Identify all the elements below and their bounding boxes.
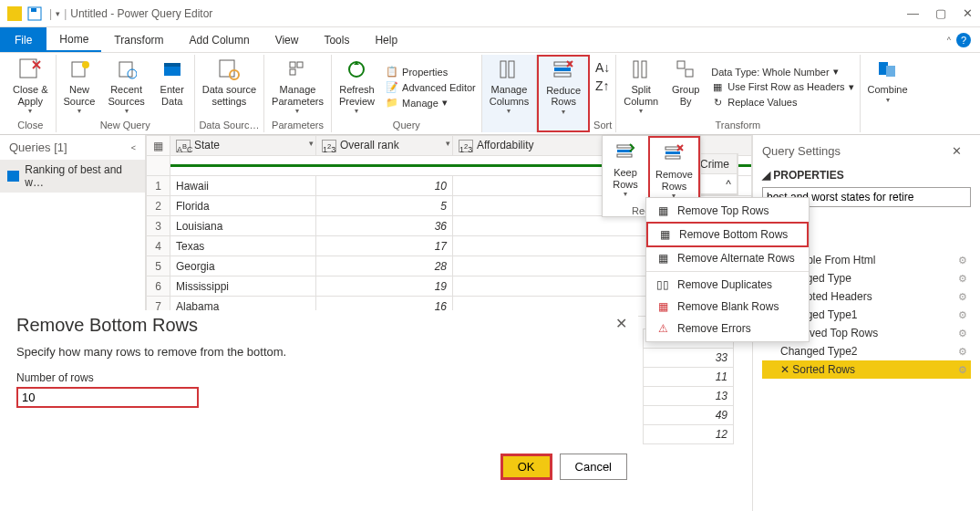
close-button[interactable]: ✕	[963, 6, 973, 20]
ribbon-group-combine: Combine▾	[861, 55, 915, 132]
svg-rect-25	[642, 61, 646, 78]
data-source-settings-button[interactable]: Data sourcesettings	[199, 55, 260, 109]
help-icon[interactable]: ?	[956, 33, 971, 47]
split-column-button[interactable]: SplitColumn▾	[620, 55, 662, 117]
table-icon	[7, 171, 19, 182]
close-settings-icon[interactable]: ✕	[952, 144, 962, 158]
svg-rect-26	[677, 61, 685, 68]
svg-rect-10	[164, 63, 181, 67]
peek-values-column: 43311134912	[643, 328, 734, 444]
svg-rect-27	[686, 69, 693, 77]
window-title: Untitled - Power Query Editor	[70, 7, 212, 20]
file-tab[interactable]: File	[0, 27, 46, 52]
group-label-transform: Transform	[716, 120, 761, 130]
dialog-title: Remove Bottom Rows	[16, 315, 627, 336]
ribbon-group-query: RefreshPreview▾ 📋Properties 📝Advanced Ed…	[332, 55, 482, 132]
svg-rect-13	[290, 62, 295, 68]
replace-values-button[interactable]: ↻Replace Values	[709, 95, 855, 110]
manage-columns-button[interactable]: ManageColumns▾	[486, 55, 532, 117]
svg-rect-11	[220, 60, 234, 77]
group-label-reduce-rows	[562, 118, 565, 129]
sort-asc-icon[interactable]: A↓	[595, 60, 610, 75]
combine-button[interactable]: Combine▾	[864, 55, 912, 106]
svg-point-6	[82, 61, 89, 68]
data-type-button[interactable]: Data Type: Whole Number ▾	[709, 65, 855, 78]
group-by-button[interactable]: GroupBy	[667, 55, 704, 109]
properties-button[interactable]: 📋Properties	[384, 65, 478, 79]
svg-rect-29	[886, 66, 895, 77]
query-mini-group: 📋Properties 📝Advanced Editor 📁Manage ▾	[384, 65, 478, 110]
svg-rect-21	[554, 73, 571, 77]
tab-home[interactable]: Home	[46, 27, 101, 52]
recent-sources-button[interactable]: RecentSources▾	[104, 55, 148, 117]
ribbon: Close &Apply▾ Close NewSource▾ RecentSou…	[0, 53, 980, 135]
remove-rows-button[interactable]: RemoveRows▾	[648, 136, 700, 205]
properties-section: ◢ PROPERTIES	[762, 169, 971, 182]
tab-tools[interactable]: Tools	[311, 27, 362, 52]
maximize-button[interactable]: ▢	[935, 6, 946, 20]
group-label-manage-columns	[508, 120, 511, 130]
window-controls: — ▢ ✕	[907, 6, 973, 20]
save-icon[interactable]	[27, 6, 42, 21]
group-label-query: Query	[393, 120, 420, 130]
collapse-queries-icon[interactable]: <	[131, 143, 136, 152]
ribbon-group-sort: A↓ Z↑ Sort	[590, 55, 616, 132]
queries-header: Queries [1]<	[0, 135, 145, 160]
ribbon-group-new-query: NewSource▾ RecentSources▾ EnterData New …	[57, 55, 195, 132]
collapse-ribbon-icon[interactable]: ^	[947, 36, 951, 45]
transform-mini-group: Data Type: Whole Number ▾ ▦Use First Row…	[709, 65, 855, 110]
remove-top-rows-item[interactable]: ▦Remove Top Rows	[646, 200, 809, 222]
ribbon-group-close: Close &Apply▾ Close	[5, 55, 57, 132]
remove-rows-menu: ▦Remove Top Rows ▦Remove Bottom Rows ▦Re…	[645, 197, 810, 342]
first-row-headers-button[interactable]: ▦Use First Row as Headers ▾	[709, 79, 855, 94]
remove-alternate-rows-item[interactable]: ▦Remove Alternate Rows	[646, 247, 809, 269]
svg-rect-1	[31, 8, 36, 12]
svg-rect-18	[509, 61, 514, 78]
minimize-button[interactable]: —	[907, 6, 919, 20]
tab-help[interactable]: Help	[362, 27, 410, 52]
ribbon-group-parameters: ManageParameters▾ Parameters	[264, 55, 332, 132]
remove-errors-item[interactable]: ⚠Remove Errors	[646, 318, 809, 339]
menubar: File Home Transform Add Column View Tool…	[0, 27, 980, 53]
tab-transform[interactable]: Transform	[101, 27, 176, 52]
row-index-header[interactable]: ▦	[147, 136, 170, 156]
manage-button[interactable]: 📁Manage ▾	[384, 96, 478, 110]
applied-step[interactable]: Changed Type2⚙	[762, 342, 971, 360]
svg-rect-24	[634, 61, 638, 78]
svg-rect-15	[290, 69, 295, 75]
refresh-preview-button[interactable]: RefreshPreview▾	[335, 55, 378, 117]
cancel-button[interactable]: Cancel	[560, 454, 627, 480]
number-of-rows-label: Number of rows	[16, 371, 627, 384]
ribbon-right: ^ ?	[938, 27, 980, 52]
advanced-editor-button[interactable]: 📝Advanced Editor	[384, 80, 478, 95]
titlebar: | ▾ | Untitled - Power Query Editor — ▢ …	[0, 0, 980, 27]
ribbon-group-reduce-rows: ReduceRows▾	[537, 55, 590, 132]
svg-rect-32	[617, 154, 632, 157]
svg-rect-30	[617, 145, 632, 148]
tab-view[interactable]: View	[263, 27, 312, 52]
sort-desc-icon[interactable]: Z↑	[595, 78, 610, 93]
column-header-overall-rank[interactable]: 123Overall rank▾	[316, 136, 453, 156]
new-source-button[interactable]: NewSource▾	[60, 55, 99, 117]
close-apply-button[interactable]: Close &Apply▾	[9, 55, 52, 117]
applied-step[interactable]: ✕ Sorted Rows⚙	[762, 360, 971, 379]
tab-add-column[interactable]: Add Column	[177, 27, 263, 52]
column-header-state[interactable]: ABCState▾	[170, 136, 316, 156]
group-label-data-sources: Data Sourc…	[199, 120, 259, 130]
ok-button[interactable]: OK	[500, 454, 552, 480]
group-label-close: Close	[17, 120, 43, 130]
query-item[interactable]: Ranking of best and w…	[0, 160, 145, 193]
remove-bottom-rows-dialog: ✕ Remove Bottom Rows Specify how many ro…	[16, 315, 627, 480]
number-of-rows-input[interactable]	[16, 387, 199, 408]
keep-rows-button[interactable]: KeepRows▾	[603, 136, 648, 205]
enter-data-button[interactable]: EnterData	[154, 55, 191, 109]
qat-dropdown[interactable]: ▾	[56, 9, 60, 18]
remove-blank-rows-item[interactable]: ▦Remove Blank Rows	[646, 296, 809, 318]
remove-bottom-rows-item[interactable]: ▦Remove Bottom Rows	[646, 222, 809, 247]
remove-duplicates-item[interactable]: ▯▯Remove Duplicates	[646, 274, 809, 296]
manage-parameters-button[interactable]: ManageParameters▾	[268, 55, 327, 117]
svg-rect-34	[665, 151, 680, 154]
reduce-rows-button[interactable]: ReduceRows▾	[542, 56, 584, 118]
dialog-description: Specify how many rows to remove from the…	[16, 345, 627, 359]
dialog-close-icon[interactable]: ✕	[615, 315, 627, 332]
